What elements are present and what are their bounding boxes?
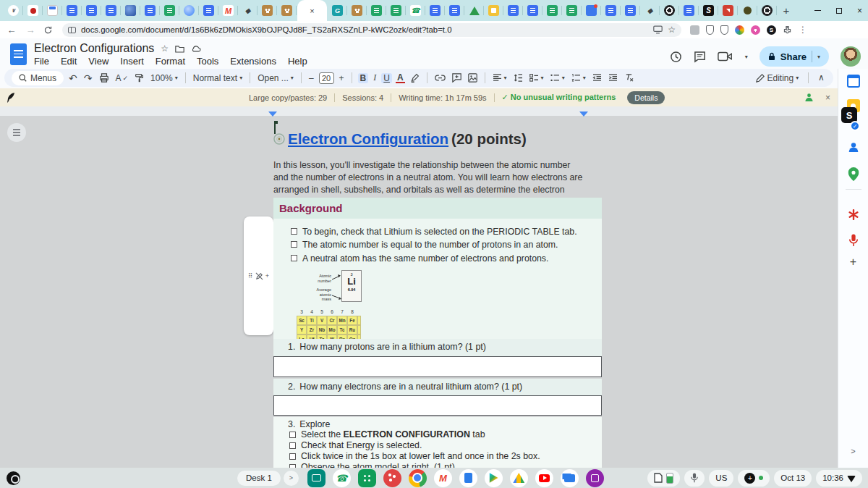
launcher-button[interactable] <box>7 471 20 485</box>
shelf-app-icon[interactable]: ☎ <box>333 469 351 487</box>
checkbox[interactable] <box>291 241 297 248</box>
pinned-tab[interactable] <box>738 0 757 21</box>
shelf-app-icon[interactable] <box>409 469 427 487</box>
voice-mic-icon[interactable] <box>848 234 858 247</box>
person-status-icon[interactable] <box>804 93 814 102</box>
shelf-app-icon[interactable] <box>459 469 477 487</box>
shelf-app-icon[interactable] <box>510 469 528 487</box>
document-title[interactable]: Electron Configurations <box>34 42 154 55</box>
check-badge-icon[interactable]: ✓ <box>850 121 860 131</box>
pinned-tab[interactable] <box>179 0 199 21</box>
checkbox[interactable] <box>289 442 296 449</box>
version-history-icon[interactable] <box>670 51 682 63</box>
menu-item[interactable]: View <box>88 56 109 67</box>
color-extension-icon[interactable] <box>735 25 744 35</box>
menu-item[interactable]: Edit <box>61 56 77 67</box>
screenshot-extension-icon[interactable] <box>690 25 699 35</box>
shelf-app-icon[interactable] <box>307 469 326 487</box>
pinned-tab[interactable] <box>582 0 601 21</box>
pinned-tab[interactable] <box>718 0 738 21</box>
cloud-status-icon[interactable] <box>191 45 201 52</box>
checkbox[interactable] <box>291 255 297 261</box>
pinned-tab[interactable] <box>277 0 297 21</box>
pinned-tab[interactable] <box>121 0 140 21</box>
clear-formatting-icon[interactable] <box>623 74 635 82</box>
add-reaction-icon[interactable]: + <box>265 272 269 279</box>
drag-handle-icon[interactable]: ⠿ <box>248 272 253 279</box>
account-avatar[interactable] <box>841 46 861 67</box>
add-addon-icon[interactable]: + <box>850 256 856 269</box>
send-to-device-icon[interactable] <box>653 25 663 34</box>
pinned-tab[interactable] <box>386 0 406 21</box>
pinned-tab[interactable] <box>464 0 484 21</box>
checkbox[interactable] <box>289 453 296 460</box>
google-docs-logo[interactable] <box>10 43 27 65</box>
shield-extension-icon-2[interactable] <box>720 25 728 35</box>
meet-video-icon[interactable] <box>718 51 733 62</box>
undo-icon[interactable]: ↶ <box>67 72 79 84</box>
hide-menus-icon[interactable]: ∨ <box>817 73 826 83</box>
pinned-tab[interactable] <box>503 0 523 21</box>
shelf-app-icon[interactable] <box>561 469 579 487</box>
paragraph-style-select[interactable]: Normal text▾ <box>192 73 244 83</box>
print-icon[interactable] <box>98 73 111 83</box>
answer-box-1[interactable] <box>273 356 602 377</box>
keyboard-layout-pill[interactable]: US <box>709 470 733 487</box>
asterisk-extension-icon[interactable] <box>848 209 859 220</box>
shelf-app-icon[interactable]: M <box>434 469 452 487</box>
pinned-tab[interactable]: S <box>699 0 718 21</box>
browser-menu-icon[interactable]: ⋮ <box>799 25 807 35</box>
bookmark-star-icon[interactable]: ☆ <box>668 25 676 35</box>
document-canvas[interactable]: ⠿ + Electron Configuration (20 points) I… <box>0 106 838 468</box>
share-button[interactable]: Share ▾ <box>760 46 829 67</box>
pinned-tab[interactable] <box>679 0 699 21</box>
pinned-tab[interactable] <box>160 0 179 21</box>
flower-extension-icon[interactable] <box>751 25 760 35</box>
pinned-tab[interactable]: ∨ <box>4 0 23 21</box>
maps-icon[interactable] <box>848 167 859 181</box>
puzzle-extensions-icon[interactable] <box>783 25 792 35</box>
line-spacing-icon[interactable] <box>512 74 524 82</box>
numbered-list-icon[interactable]: ▾ <box>570 74 587 82</box>
star-document-icon[interactable]: ☆ <box>161 43 169 54</box>
font-size-increase[interactable]: + <box>338 73 346 83</box>
mic-pill[interactable] <box>684 470 705 487</box>
maximize-icon[interactable] <box>836 8 842 14</box>
redo-icon[interactable]: ↷ <box>82 72 94 84</box>
share-dropdown-icon[interactable]: ▾ <box>817 54 820 60</box>
site-info-icon[interactable] <box>68 27 76 33</box>
pinned-tab[interactable] <box>601 0 621 21</box>
checkbox[interactable] <box>289 432 296 438</box>
pinned-tab[interactable] <box>523 0 542 21</box>
shelf-app-icon[interactable] <box>485 469 503 487</box>
calendar-icon[interactable] <box>847 75 860 88</box>
paint-format-icon[interactable] <box>133 73 145 83</box>
menu-item[interactable]: Format <box>156 56 185 67</box>
move-folder-icon[interactable] <box>175 45 184 53</box>
answer-box-2[interactable] <box>273 395 602 416</box>
status-tray[interactable]: 10:36 <box>816 470 862 487</box>
pinned-tab[interactable] <box>199 0 218 21</box>
docs-battery-pill[interactable] <box>647 470 680 487</box>
pinned-tab[interactable] <box>62 0 82 21</box>
insert-image-icon[interactable] <box>467 73 479 83</box>
pinned-tab[interactable] <box>82 0 101 21</box>
banner-close-icon[interactable]: × <box>825 93 830 103</box>
url-input[interactable]: docs.google.com/document/d/1s6Bk6zDMOkis… <box>62 23 681 37</box>
decrease-indent-icon[interactable] <box>591 74 603 82</box>
checklist-icon[interactable]: ▾ <box>528 74 545 82</box>
desk-next-icon[interactable]: > <box>284 471 299 486</box>
details-button[interactable]: Details <box>627 91 665 104</box>
shield-extension-icon[interactable] <box>706 25 714 35</box>
question-1[interactable]: 1. How many protons are in a lithium ato… <box>273 339 602 356</box>
font-size-decrease[interactable]: – <box>307 73 315 83</box>
shelf-app-icon[interactable] <box>383 469 401 487</box>
margin-marker-right-icon[interactable] <box>579 112 588 121</box>
underline-button[interactable]: U <box>381 73 392 83</box>
insert-link-icon[interactable] <box>433 75 447 81</box>
pinned-tab[interactable] <box>43 0 62 21</box>
expand-panel-icon[interactable]: > <box>851 447 855 455</box>
tab-close-icon[interactable]: × <box>310 7 314 15</box>
editing-mode-select[interactable]: Editing▾ <box>754 73 800 83</box>
pinned-tab[interactable] <box>23 0 43 21</box>
